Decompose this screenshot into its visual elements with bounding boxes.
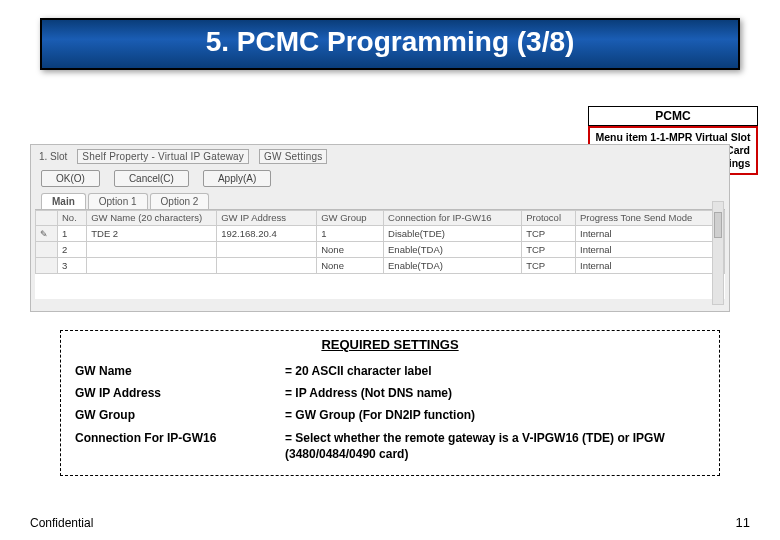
- cell-gw-group[interactable]: None: [317, 258, 384, 274]
- cell-no: 1: [58, 226, 87, 242]
- cell-protocol[interactable]: TCP: [522, 258, 576, 274]
- required-settings-title: REQUIRED SETTINGS: [71, 337, 709, 352]
- apply-button[interactable]: Apply(A): [203, 170, 271, 187]
- cell-no: 3: [58, 258, 87, 274]
- cell-connection[interactable]: Disable(TDE): [384, 226, 522, 242]
- vertical-scrollbar[interactable]: [712, 201, 724, 305]
- cell-gw-name[interactable]: [87, 258, 217, 274]
- settings-grid: No. GW Name (20 characters) GW IP Addres…: [35, 209, 725, 299]
- col-gw-ip: GW IP Address: [217, 211, 317, 226]
- cell-connection[interactable]: Enable(TDA): [384, 258, 522, 274]
- cell-gw-ip[interactable]: 192.168.20.4: [217, 226, 317, 242]
- card-label: Shelf Property - Virtual IP Gateway: [77, 149, 249, 164]
- table-row[interactable]: 2 None Enable(TDA) TCP Internal: [36, 242, 725, 258]
- col-rowmarker: [36, 211, 58, 226]
- required-row: GW Name = 20 ASCII character label: [71, 360, 709, 382]
- required-row: GW Group = GW Group (For DN2IP function): [71, 404, 709, 426]
- required-value: = GW Group (For DN2IP function): [281, 404, 709, 426]
- cell-protocol[interactable]: TCP: [522, 226, 576, 242]
- ok-button[interactable]: OK(O): [41, 170, 100, 187]
- slide-title: 5. PCMC Programming (3/8): [40, 18, 740, 70]
- gw-settings-tab[interactable]: GW Settings: [259, 149, 327, 164]
- cell-tone[interactable]: Internal: [576, 226, 725, 242]
- tab-option1[interactable]: Option 1: [88, 193, 148, 209]
- col-tone: Progress Tone Send Mode: [576, 211, 725, 226]
- confidential-label: Confidential: [30, 516, 93, 530]
- page-number: 11: [736, 515, 750, 530]
- col-gw-group: GW Group: [317, 211, 384, 226]
- required-value: = IP Address (Not DNS name): [281, 382, 709, 404]
- scrollbar-thumb[interactable]: [714, 212, 722, 238]
- cell-gw-group[interactable]: None: [317, 242, 384, 258]
- pcmc-callout-heading: PCMC: [588, 106, 758, 126]
- required-key: GW IP Address: [71, 382, 281, 404]
- required-value: = 20 ASCII character label: [281, 360, 709, 382]
- cell-gw-name[interactable]: [87, 242, 217, 258]
- required-settings-box: REQUIRED SETTINGS GW Name = 20 ASCII cha…: [60, 330, 720, 476]
- required-row: GW IP Address = IP Address (Not DNS name…: [71, 382, 709, 404]
- cell-no: 2: [58, 242, 87, 258]
- col-protocol: Protocol: [522, 211, 576, 226]
- cell-gw-ip[interactable]: [217, 242, 317, 258]
- required-key: Connection For IP-GW16: [71, 427, 281, 465]
- required-value: = Select whether the remote gateway is a…: [281, 427, 709, 465]
- required-key: GW Group: [71, 404, 281, 426]
- required-key: GW Name: [71, 360, 281, 382]
- edit-icon: [40, 228, 48, 239]
- required-row: Connection For IP-GW16 = Select whether …: [71, 427, 709, 465]
- cell-gw-name[interactable]: TDE 2: [87, 226, 217, 242]
- cell-connection[interactable]: Enable(TDA): [384, 242, 522, 258]
- cell-protocol[interactable]: TCP: [522, 242, 576, 258]
- col-no: No.: [58, 211, 87, 226]
- cell-gw-group[interactable]: 1: [317, 226, 384, 242]
- tab-option2[interactable]: Option 2: [150, 193, 210, 209]
- cell-tone[interactable]: Internal: [576, 258, 725, 274]
- cell-tone[interactable]: Internal: [576, 242, 725, 258]
- col-gw-name: GW Name (20 characters): [87, 211, 217, 226]
- pcmc-dialog: 1. Slot Shelf Property - Virtual IP Gate…: [30, 144, 730, 312]
- cell-gw-ip[interactable]: [217, 258, 317, 274]
- slot-label: 1. Slot: [39, 151, 67, 162]
- table-row[interactable]: 1 TDE 2 192.168.20.4 1 Disable(TDE) TCP …: [36, 226, 725, 242]
- cancel-button[interactable]: Cancel(C): [114, 170, 189, 187]
- table-row[interactable]: 3 None Enable(TDA) TCP Internal: [36, 258, 725, 274]
- col-connection: Connection for IP-GW16: [384, 211, 522, 226]
- tab-main[interactable]: Main: [41, 193, 86, 209]
